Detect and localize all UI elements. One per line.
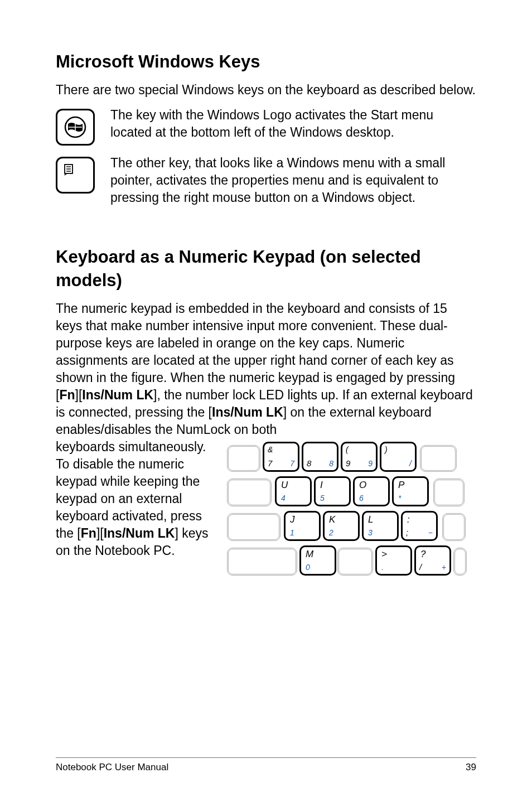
page-footer: Notebook PC User Manual 39 bbox=[56, 757, 476, 774]
key-u: U 4 bbox=[275, 476, 312, 506]
key-8: 8 8 bbox=[302, 442, 338, 472]
sec2-sep1: ][ bbox=[75, 388, 83, 402]
key-j-main: J bbox=[290, 514, 295, 526]
fn-key-label-2: Fn bbox=[81, 526, 96, 540]
key-l-num: 3 bbox=[368, 528, 373, 538]
key-m-num: 0 bbox=[306, 562, 310, 573]
key-minus-num: − bbox=[428, 528, 433, 538]
key-o-num: 6 bbox=[359, 493, 364, 504]
key-i-main: I bbox=[320, 479, 323, 492]
key-semicolon-main: ; bbox=[406, 527, 408, 538]
key-semicolon: : ; − bbox=[401, 511, 438, 541]
key-plus-num: + bbox=[442, 562, 446, 573]
key-9-sym: ( bbox=[346, 445, 349, 455]
menu-key-row: The other key, that looks like a Windows… bbox=[56, 154, 476, 206]
key-0-sym: ) bbox=[385, 445, 388, 455]
keypad-diagram: & 7 7 8 8 ( 9 9 ) / bbox=[227, 442, 467, 587]
insnumlk-label-3: Ins/Num LK bbox=[104, 526, 175, 540]
menu-key-desc: The other key, that looks like a Windows… bbox=[110, 154, 476, 206]
sec2-text-a: The numeric keypad is embedded in the ke… bbox=[56, 301, 455, 402]
menu-keycap bbox=[56, 157, 95, 194]
key-0: ) / bbox=[380, 442, 417, 472]
key-p-main: P bbox=[398, 479, 404, 492]
key-u-main: U bbox=[281, 479, 288, 492]
windows-logo-desc: The key with the Windows Logo activates … bbox=[110, 107, 476, 141]
key-j: J 1 bbox=[284, 511, 321, 541]
key-slash: ? / + bbox=[414, 545, 451, 576]
key-u-num: 4 bbox=[281, 493, 286, 504]
key-k-num: 2 bbox=[329, 528, 333, 538]
windows-logo-icon bbox=[64, 116, 86, 138]
key-i: I 5 bbox=[314, 476, 351, 506]
key-l: L 3 bbox=[362, 511, 399, 541]
key-gt-main: > bbox=[381, 548, 387, 561]
key-slash-main: / bbox=[419, 562, 422, 573]
insnumlk-label-1: Ins/Num LK bbox=[82, 388, 153, 402]
section2-body: The numeric keypad is embedded in the ke… bbox=[56, 300, 476, 587]
windows-logo-keycap bbox=[56, 109, 95, 146]
sec2-sep2: ][ bbox=[96, 526, 104, 540]
insnumlk-label-2: Ins/Num LK bbox=[212, 405, 283, 419]
key-7-main: 7 bbox=[268, 458, 272, 469]
sec2-left-column: keyboards simultaneously. To disable the… bbox=[56, 438, 217, 559]
key-o: O 6 bbox=[353, 476, 390, 506]
key-p-num: * bbox=[398, 493, 401, 504]
key-m: M 0 bbox=[299, 545, 336, 576]
footer-title: Notebook PC User Manual bbox=[56, 761, 168, 774]
key-9-num: 9 bbox=[368, 458, 373, 469]
key-0-num: / bbox=[409, 458, 412, 469]
footer-page-number: 39 bbox=[466, 761, 476, 774]
key-j-num: 1 bbox=[290, 528, 294, 538]
key-7-sym: & bbox=[268, 445, 273, 455]
key-8-num: 8 bbox=[329, 458, 333, 469]
key-7-num: 7 bbox=[290, 458, 294, 469]
key-period-num: . bbox=[381, 562, 384, 573]
key-period: > . bbox=[375, 545, 412, 576]
fn-key-label: Fn bbox=[59, 388, 75, 402]
key-i-num: 5 bbox=[320, 493, 325, 504]
key-9: ( 9 9 bbox=[341, 442, 378, 472]
key-8-main: 8 bbox=[307, 458, 311, 469]
key-m-main: M bbox=[306, 548, 313, 561]
key-k-main: K bbox=[329, 514, 335, 526]
key-colon-main: : bbox=[407, 514, 410, 526]
key-l-main: L bbox=[368, 514, 373, 526]
key-q-main: ? bbox=[420, 548, 425, 561]
key-9-main: 9 bbox=[346, 458, 350, 469]
menu-key-icon bbox=[64, 164, 75, 176]
section1-intro: There are two special Windows keys on th… bbox=[56, 81, 476, 99]
key-7: & 7 7 bbox=[263, 442, 299, 472]
key-o-main: O bbox=[359, 479, 366, 492]
section2-heading: Keyboard as a Numeric Keypad (on selecte… bbox=[56, 245, 476, 292]
key-p: P * bbox=[392, 476, 429, 506]
section1-heading: Microsoft Windows Keys bbox=[56, 50, 476, 74]
windows-logo-key-row: The key with the Windows Logo activates … bbox=[56, 107, 476, 146]
key-k: K 2 bbox=[323, 511, 360, 541]
